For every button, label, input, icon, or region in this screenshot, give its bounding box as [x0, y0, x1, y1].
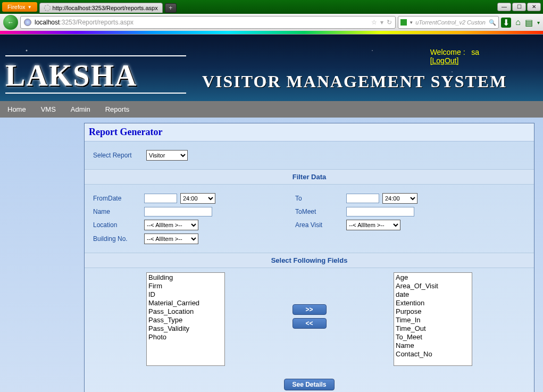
- nav-toolbar: ← localhost:3253/Report/reports.aspx ☆ ▾…: [0, 14, 543, 31]
- url-host: localhost: [35, 19, 60, 26]
- panel-title: Report Generator: [85, 123, 534, 141]
- page-subtitle: VISITOR MANAGEMENT SYSTEM: [202, 72, 507, 91]
- browser-chrome: Firefox ▼ http://localhost:3253/Report/r…: [0, 0, 543, 35]
- select-fields-head: Select Following Fields: [85, 253, 534, 268]
- location-dropdown[interactable]: --< AllItem >--: [144, 220, 198, 230]
- url-port: :3253: [60, 19, 76, 26]
- menu-admin[interactable]: Admin: [71, 105, 90, 113]
- back-button[interactable]: ←: [3, 15, 18, 30]
- close-button[interactable]: ✕: [527, 3, 541, 11]
- totime-dropdown[interactable]: 24:00: [382, 193, 417, 204]
- see-details-button[interactable]: See Details: [284, 379, 334, 390]
- logo: LAKSHA: [5, 59, 138, 93]
- search-engine-icon: [400, 19, 407, 26]
- list-item[interactable]: Time_In: [395, 316, 471, 324]
- history-dropdown-icon[interactable]: ▾: [380, 19, 383, 26]
- move-left-button[interactable]: <<: [293, 318, 327, 329]
- logout-link[interactable]: [LogOut]: [430, 56, 459, 65]
- minimize-button[interactable]: —: [497, 3, 511, 11]
- building-label: Building No.: [93, 235, 141, 243]
- list-item[interactable]: Area_Of_Visit: [395, 282, 471, 290]
- browser-tab[interactable]: http://localhost:3253/Report/reports.asp…: [39, 3, 163, 13]
- location-label: Location: [93, 221, 141, 229]
- list-item[interactable]: Pass_Type: [147, 316, 224, 324]
- welcome-user: sa: [471, 48, 479, 56]
- list-item[interactable]: Pass_Location: [147, 307, 224, 316]
- tab-title: http://localhost:3253/Report/reports.asp…: [53, 5, 158, 11]
- name-input[interactable]: [144, 207, 212, 216]
- list-item[interactable]: Building: [147, 273, 224, 282]
- welcome-label: Welcome :: [430, 48, 465, 56]
- list-item[interactable]: Pass_Validity: [147, 324, 224, 333]
- todate-input[interactable]: [346, 194, 379, 203]
- tomeet-label: ToMeet: [295, 208, 343, 215]
- toolbar-icons: ⬇ ⌂ ▤ ▾: [501, 18, 540, 28]
- globe-icon: [24, 19, 31, 26]
- chevron-down-icon: ▼: [28, 5, 32, 10]
- available-fields-listbox[interactable]: Building Firm ID Material_Carried Pass_L…: [146, 272, 225, 366]
- more-icon[interactable]: ▾: [537, 20, 540, 26]
- to-label: To: [295, 195, 343, 202]
- list-item[interactable]: Extention: [395, 299, 471, 307]
- page: LAKSHA VISITOR MANAGEMENT SYSTEM Welcome…: [0, 35, 543, 392]
- fromtime-dropdown[interactable]: 24:00: [180, 193, 215, 204]
- building-dropdown[interactable]: --< AllItem >--: [144, 233, 198, 244]
- maximize-button[interactable]: ☐: [512, 3, 526, 11]
- window-controls: — ☐ ✕: [497, 3, 543, 11]
- list-item[interactable]: Time_Out: [395, 324, 471, 333]
- search-box[interactable]: ▼ uTorrentControl_v2 Custon 🔍: [398, 16, 499, 29]
- home-icon[interactable]: ⌂: [515, 18, 521, 27]
- list-item[interactable]: To_Meet: [395, 333, 471, 341]
- areavisit-label: Area Visit: [295, 221, 343, 229]
- new-tab-button[interactable]: +: [165, 3, 177, 13]
- url-text: localhost:3253/Report/reports.aspx: [31, 19, 371, 26]
- banner: LAKSHA VISITOR MANAGEMENT SYSTEM Welcome…: [0, 35, 543, 101]
- menubar: Home VMS Admin Reports: [0, 101, 543, 118]
- select-report-dropdown[interactable]: Visitor: [146, 150, 188, 161]
- dual-list: Building Firm ID Material_Carried Pass_L…: [85, 268, 534, 374]
- url-path: /Report/reports.aspx: [76, 19, 133, 26]
- firefox-menu-button[interactable]: Firefox ▼: [2, 2, 37, 12]
- search-icon[interactable]: 🔍: [489, 19, 496, 26]
- rainbow-divider: [0, 31, 543, 34]
- bookmark-star-icon[interactable]: ☆: [371, 19, 377, 26]
- list-item[interactable]: Purpose: [395, 307, 471, 316]
- tab-strip: Firefox ▼ http://localhost:3253/Report/r…: [0, 0, 543, 14]
- reload-icon[interactable]: ↻: [387, 19, 392, 26]
- menu-vms[interactable]: VMS: [41, 105, 56, 113]
- list-item[interactable]: Contact_No: [395, 350, 471, 358]
- list-item[interactable]: Firm: [147, 282, 224, 290]
- areavisit-dropdown[interactable]: --< AllItem >--: [346, 220, 400, 230]
- list-item[interactable]: Age: [395, 273, 471, 282]
- globe-icon: [44, 5, 51, 11]
- menu-home[interactable]: Home: [7, 105, 26, 113]
- downloads-icon[interactable]: ⬇: [501, 18, 511, 28]
- welcome-block: Welcome : sa [LogOut]: [430, 48, 479, 65]
- bookmarks-icon[interactable]: ▤: [525, 18, 533, 28]
- selected-fields-listbox[interactable]: Age Area_Of_Visit date Extention Purpose…: [394, 272, 472, 366]
- chevron-down-icon[interactable]: ▼: [409, 20, 413, 25]
- name-label: Name: [93, 208, 141, 215]
- fromdate-label: FromDate: [93, 195, 141, 202]
- content: Report Generator Select Report Visitor F…: [0, 118, 543, 392]
- list-item[interactable]: Name: [395, 341, 471, 350]
- list-item[interactable]: Photo: [147, 333, 224, 341]
- list-item[interactable]: ID: [147, 290, 224, 299]
- tomeet-input[interactable]: [346, 207, 414, 216]
- move-right-button[interactable]: >>: [293, 304, 327, 315]
- filter-data-head: Filter Data: [85, 169, 534, 185]
- search-placeholder: uTorrentControl_v2 Custon: [415, 19, 487, 26]
- firefox-label: Firefox: [7, 4, 26, 10]
- list-item[interactable]: Material_Carried: [147, 299, 224, 307]
- report-panel: Report Generator Select Report Visitor F…: [84, 123, 534, 392]
- menu-reports[interactable]: Reports: [105, 105, 130, 113]
- select-report-label: Select Report: [93, 152, 146, 159]
- url-bar[interactable]: localhost:3253/Report/reports.aspx ☆ ▾ ↻: [20, 16, 396, 29]
- list-item[interactable]: date: [395, 290, 471, 299]
- fromdate-input[interactable]: [144, 194, 177, 203]
